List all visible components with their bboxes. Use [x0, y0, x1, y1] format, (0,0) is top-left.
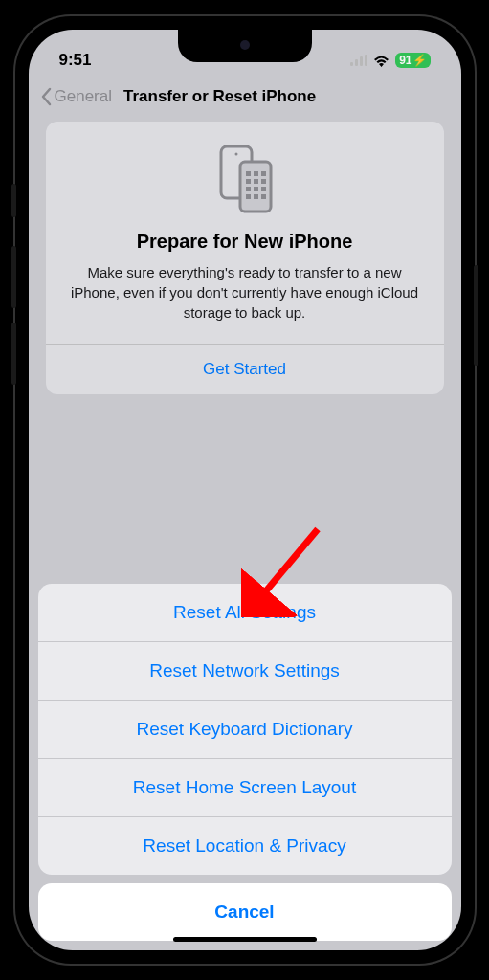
reset-keyboard-dictionary-button[interactable]: Reset Keyboard Dictionary: [38, 701, 452, 759]
home-indicator[interactable]: [173, 937, 317, 942]
reset-network-settings-button[interactable]: Reset Network Settings: [38, 642, 452, 701]
notch: [178, 30, 312, 62]
volume-down-button: [11, 323, 16, 385]
cancel-button[interactable]: Cancel: [38, 883, 452, 941]
mute-switch: [11, 184, 16, 217]
action-sheet: Reset All Settings Reset Network Setting…: [38, 584, 452, 941]
reset-home-screen-layout-button[interactable]: Reset Home Screen Layout: [38, 759, 452, 817]
phone-frame: 9:51 91⚡ General Transfer or Res: [15, 16, 475, 964]
reset-location-privacy-button[interactable]: Reset Location & Privacy: [38, 817, 452, 875]
reset-all-settings-button[interactable]: Reset All Settings: [38, 584, 452, 642]
power-button: [474, 265, 478, 366]
action-sheet-group: Reset All Settings Reset Network Setting…: [38, 584, 452, 875]
screen: 9:51 91⚡ General Transfer or Res: [29, 30, 461, 950]
volume-up-button: [11, 246, 16, 308]
